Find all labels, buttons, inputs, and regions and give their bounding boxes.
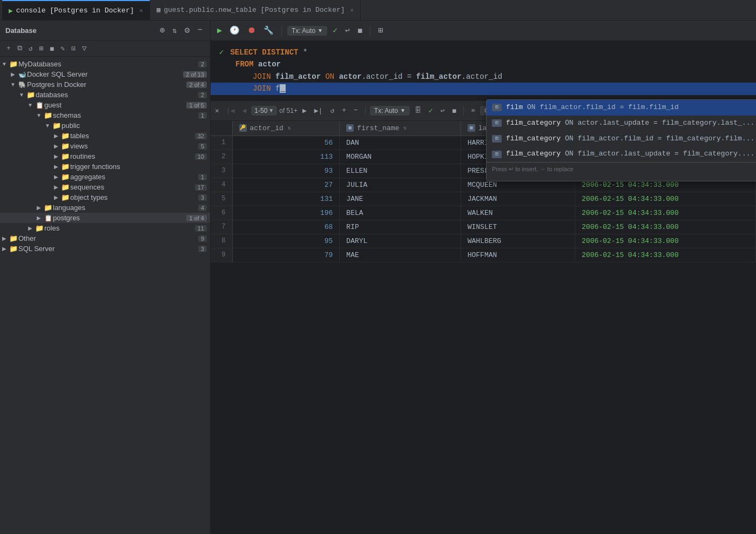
run-btn[interactable]: ▶	[215, 24, 224, 37]
results-close-btn[interactable]: ✕	[215, 106, 219, 115]
tab-table[interactable]: ▦ guest.public.new_table [Postgres in Do…	[150, 0, 361, 21]
cell-last-update: 2006-02-15 04:34:33.000	[575, 192, 756, 206]
expand-btn[interactable]: »	[468, 105, 478, 116]
page-range-dropdown-icon: ▼	[268, 107, 274, 113]
grid-btn[interactable]: ⊞	[376, 24, 385, 37]
tree-item-postgres[interactable]: ▶ 📋 postgres 1 of 4	[0, 213, 210, 223]
tree-item-docker-sql[interactable]: ▶ 🐋 Docker SQL Server 2 of 13	[0, 69, 210, 79]
tree-item-schemas[interactable]: ▼ 📁 schemas 1	[0, 110, 210, 120]
tx-badge-results[interactable]: Tx: Auto ▼	[370, 106, 410, 116]
tree-item-aggregates[interactable]: ▶ 📁 aggregates 1	[0, 172, 210, 182]
cell-first-name: MORGAN	[340, 150, 461, 164]
col-actor-id[interactable]: 🔑 actor_id ⇅	[232, 121, 340, 136]
add-btn[interactable]: +	[4, 43, 13, 53]
arrow-postgres: ▶	[35, 215, 43, 221]
cell-last-name: WAHLBERG	[461, 234, 575, 248]
label-public: public	[62, 121, 210, 130]
table-row[interactable]: 8 95 DARYL WAHLBERG 2006-02-15 04:34:33.…	[211, 234, 756, 248]
tree-item-routines[interactable]: ▶ 📁 routines 10	[0, 151, 210, 161]
tree-item-other[interactable]: ▶ 📁 Other 9	[0, 233, 210, 244]
wrench-btn[interactable]: 🔧	[261, 24, 276, 37]
icon-postgres: 📋	[43, 214, 53, 222]
properties-btn[interactable]: ⊡	[69, 43, 78, 54]
filter-btn[interactable]: ▽	[80, 43, 89, 54]
tree-item-trigger-functions[interactable]: ▶ 📁 trigger functions	[0, 161, 210, 172]
tree-item-mydatabases[interactable]: ▼ 📁 MyDatabases 2	[0, 59, 210, 69]
table-row[interactable]: 9 79 MAE HOFFMAN 2006-02-15 04:34:33.000	[211, 248, 756, 262]
sql-line-1-text: SELECT DISTINCT *	[230, 46, 307, 58]
last-page-btn[interactable]: ▶|	[312, 105, 326, 116]
table-row[interactable]: 7 68 RIP WINSLET 2006-02-15 04:34:33.000	[211, 220, 756, 234]
sort-icon-actor-id: ⇅	[288, 125, 291, 131]
db-icon-btn[interactable]: 🗄	[412, 105, 424, 116]
sql-line-4: JOIN f_	[211, 83, 756, 94]
sidebar-header: Database ⊕ ⇅ ⚙ −	[0, 21, 210, 40]
autocomplete-dropdown[interactable]: ⊞ film ON film_actor.film_id = film.film…	[486, 99, 756, 181]
arrow-public: ▼	[43, 123, 52, 129]
badge-postgres-docker: 2 of 4	[186, 82, 207, 88]
ac-item-1[interactable]: ⊞ film ON film_actor.film_id = film.film…	[487, 100, 756, 116]
ac-item-3[interactable]: ⊞ film_category ON film_actor.film_id = …	[487, 131, 756, 147]
tree-item-databases[interactable]: ▼ 📁 databases 2	[0, 90, 210, 100]
revert-btn[interactable]: ↩	[438, 105, 448, 116]
minus-btn[interactable]: −	[195, 24, 205, 36]
row-number-header	[211, 121, 232, 136]
table-row[interactable]: 5 131 JANE JACKMAN 2006-02-15 04:34:33.0…	[211, 192, 756, 206]
ac-item-4[interactable]: ⊞ film_category ON film_actor.last_updat…	[487, 146, 756, 162]
first-page-btn[interactable]: |◀	[224, 105, 238, 116]
stop-btn[interactable]: ◼	[48, 43, 56, 54]
check-btn[interactable]: ✓	[330, 24, 340, 37]
filter-icon[interactable]: ⊞	[37, 43, 46, 54]
clock-btn[interactable]: 🕐	[227, 24, 242, 37]
tree-item-roles[interactable]: ▶ 📁 roles 11	[0, 223, 210, 233]
icon-roles: 📁	[35, 224, 44, 232]
copy-btn[interactable]: ⧉	[15, 43, 24, 53]
of-count-label: of 51+	[279, 107, 298, 114]
tab-console[interactable]: ▶ console [Postgres in Docker] ✕	[2, 0, 150, 21]
icon-routines: 📁	[60, 152, 70, 160]
cell-actor-id: 113	[232, 150, 340, 164]
tree-item-tables[interactable]: ▶ 📁 tables 32	[0, 131, 210, 141]
refresh-results-btn[interactable]: ↺	[327, 105, 337, 116]
tree-item-public[interactable]: ▼ 📁 public	[0, 120, 210, 131]
add-connection-btn[interactable]: ⊕	[158, 24, 167, 37]
stop-btn[interactable]: ◼	[355, 24, 364, 37]
sort-btn[interactable]: ⇅	[170, 25, 179, 36]
ac-item-2[interactable]: ⊞ film_category ON actor.last_update = f…	[487, 116, 756, 131]
cell-last-name: HOFFMAN	[461, 248, 575, 262]
settings-icon[interactable]: ⚙	[183, 24, 192, 37]
next-page-btn[interactable]: ▶	[300, 105, 309, 116]
apply-btn[interactable]: ✓	[426, 105, 436, 116]
badge-tables: 32	[195, 133, 207, 139]
label-roles: roles	[44, 224, 193, 232]
tree-item-object-types[interactable]: ▶ 📁 object types 3	[0, 192, 210, 202]
tree-item-sequences[interactable]: ▶ 📁 sequences 17	[0, 182, 210, 192]
ac-text-4: film_category ON film_actor.last_update …	[506, 148, 754, 160]
cancel-changes-btn[interactable]: ◼	[449, 105, 459, 116]
edit-btn[interactable]: ✎	[58, 43, 67, 54]
tx-badge[interactable]: Tx: Auto ▼	[287, 26, 327, 36]
tree-item-languages[interactable]: ▶ 📁 languages 4	[0, 202, 210, 213]
table-tab-label: guest.public.new_table [Postgres in Dock…	[164, 6, 345, 14]
arrow-object-types: ▶	[52, 194, 60, 200]
table-tab-close[interactable]: ✕	[350, 6, 354, 13]
sql-editor[interactable]: ✓ SELECT DISTINCT * FROM actor JOIN film…	[211, 41, 756, 100]
add-row-btn[interactable]: +	[339, 105, 349, 116]
tree-item-sql-server[interactable]: ▶ 📁 SQL Server 3	[0, 244, 210, 254]
tree-item-guest[interactable]: ▼ 📋 guest 1 of 5	[0, 100, 210, 110]
record-btn[interactable]: ⏺	[245, 24, 258, 37]
page-range-select[interactable]: 1-50 ▼	[251, 106, 277, 116]
col-first-name[interactable]: ▦ first_name ⇅	[340, 121, 461, 136]
col-label-first-name: first_name	[357, 124, 399, 132]
tree-item-postgres-docker[interactable]: ▼ 🐘 Postgres in Docker 2 of 4	[0, 79, 210, 90]
refresh-btn[interactable]: ↺	[26, 43, 35, 54]
table-row[interactable]: 6 196 BELA WALKEN 2006-02-15 04:34:33.00…	[211, 206, 756, 220]
tree-item-views[interactable]: ▶ 📁 views 5	[0, 141, 210, 151]
console-tab-close[interactable]: ✕	[139, 7, 143, 14]
row-num: 4	[211, 178, 232, 192]
delete-row-btn[interactable]: −	[351, 105, 361, 116]
undo-btn[interactable]: ↩	[343, 24, 352, 37]
icon-docker-sql: 🐋	[17, 71, 27, 78]
col-icon-last-name: ▦	[468, 124, 475, 132]
prev-page-btn[interactable]: ◀	[239, 105, 249, 116]
